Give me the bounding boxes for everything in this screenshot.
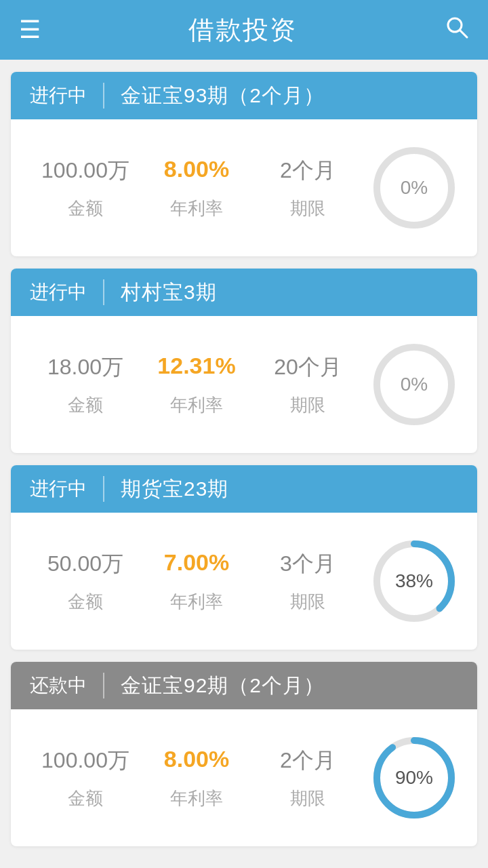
rate-value: 12.31%	[141, 353, 252, 382]
progress-circle: 0%	[370, 340, 458, 429]
card-header: 进行中 金证宝93期（2个月）	[11, 72, 477, 119]
rate-value: 8.00%	[141, 746, 252, 776]
menu-icon[interactable]: ☰	[19, 16, 41, 44]
card-header: 进行中 村村宝3期	[11, 269, 477, 316]
cards-container: 进行中 金证宝93期（2个月） 100.00万 8.00% 2个月 金额 年利率…	[0, 72, 488, 846]
period-value: 2个月	[252, 156, 363, 186]
card-title: 金证宝92期（2个月）	[104, 672, 325, 700]
amount-label: 金额	[30, 393, 141, 417]
card-status: 进行中	[30, 279, 104, 305]
rate-value: 7.00%	[141, 549, 252, 579]
progress-text: 38%	[395, 570, 433, 592]
rate-label: 年利率	[141, 787, 252, 810]
svg-line-1	[460, 31, 467, 37]
amount-label: 金额	[30, 787, 141, 810]
loan-card[interactable]: 进行中 村村宝3期 18.00万 12.31% 20个月 金额 年利率 期限 0…	[11, 269, 477, 453]
amount-value: 50.00万	[30, 549, 141, 579]
loan-card[interactable]: 进行中 金证宝93期（2个月） 100.00万 8.00% 2个月 金额 年利率…	[11, 72, 477, 256]
rate-value: 8.00%	[141, 156, 252, 186]
page-title: 借款投资	[188, 13, 297, 47]
progress-circle: 0%	[370, 144, 458, 232]
progress-text: 0%	[401, 374, 428, 395]
card-body: 100.00万 8.00% 2个月 金额 年利率 期限 0%	[11, 119, 477, 256]
amount-value: 100.00万	[30, 156, 141, 186]
progress-circle: 90%	[370, 734, 458, 822]
card-status: 还款中	[30, 673, 104, 698]
card-title: 金证宝93期（2个月）	[104, 82, 325, 110]
card-info: 100.00万 8.00% 2个月 金额 年利率 期限	[30, 156, 363, 220]
period-value: 20个月	[252, 353, 363, 382]
card-info: 100.00万 8.00% 2个月 金额 年利率 期限	[30, 746, 363, 810]
rate-label: 年利率	[141, 590, 252, 614]
card-title: 村村宝3期	[104, 279, 217, 307]
search-icon[interactable]	[445, 15, 469, 45]
card-body: 50.00万 7.00% 3个月 金额 年利率 期限 38%	[11, 513, 477, 650]
progress-text: 0%	[401, 177, 428, 199]
card-status: 进行中	[30, 83, 104, 108]
card-title: 期货宝23期	[104, 475, 228, 503]
period-label: 期限	[252, 197, 363, 220]
card-body: 18.00万 12.31% 20个月 金额 年利率 期限 0%	[11, 316, 477, 453]
period-label: 期限	[252, 787, 363, 810]
rate-label: 年利率	[141, 197, 252, 220]
progress-circle: 38%	[370, 537, 458, 625]
amount-value: 18.00万	[30, 353, 141, 382]
card-info: 50.00万 7.00% 3个月 金额 年利率 期限	[30, 549, 363, 614]
card-header: 还款中 金证宝92期（2个月）	[11, 662, 477, 709]
header: ☰ 借款投资	[0, 0, 488, 60]
period-value: 2个月	[252, 746, 363, 776]
card-body: 100.00万 8.00% 2个月 金额 年利率 期限 90%	[11, 709, 477, 846]
period-label: 期限	[252, 393, 363, 417]
progress-text: 90%	[395, 767, 433, 789]
period-label: 期限	[252, 590, 363, 614]
loan-card[interactable]: 还款中 金证宝92期（2个月） 100.00万 8.00% 2个月 金额 年利率…	[11, 662, 477, 846]
amount-value: 100.00万	[30, 746, 141, 776]
card-header: 进行中 期货宝23期	[11, 465, 477, 513]
loan-card[interactable]: 进行中 期货宝23期 50.00万 7.00% 3个月 金额 年利率 期限 38…	[11, 465, 477, 650]
rate-label: 年利率	[141, 393, 252, 417]
card-info: 18.00万 12.31% 20个月 金额 年利率 期限	[30, 353, 363, 417]
amount-label: 金额	[30, 590, 141, 614]
period-value: 3个月	[252, 549, 363, 579]
card-status: 进行中	[30, 476, 104, 502]
amount-label: 金额	[30, 197, 141, 220]
